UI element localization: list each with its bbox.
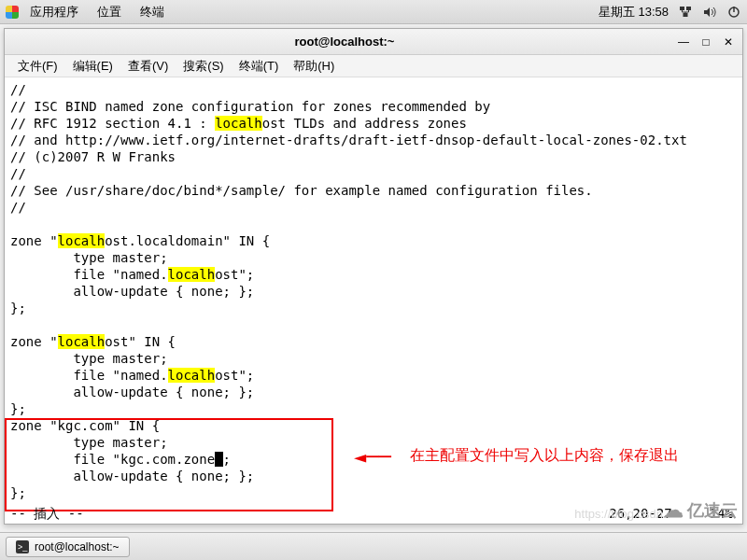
menu-edit[interactable]: 编辑(E): [65, 56, 120, 77]
svg-rect-0: [680, 7, 684, 10]
terminal-line: type master;: [10, 249, 737, 266]
taskbar-app-label: root@localhost:~: [35, 540, 120, 553]
cloud-icon: ☁: [663, 498, 684, 523]
terminal-line: zone "localhost" IN {: [10, 333, 737, 350]
menu-terminal[interactable]: 终端(T): [232, 56, 287, 77]
terminal-line: };: [10, 300, 737, 316]
terminal-line: //: [10, 81, 737, 98]
minimize-button[interactable]: —: [677, 35, 690, 49]
system-top-bar: 应用程序 位置 终端 星期五 13:58: [0, 0, 747, 24]
menu-help[interactable]: 帮助(H): [286, 56, 342, 77]
terminal-icon: >_: [16, 540, 29, 553]
annotation-arrow-icon: ◄──: [354, 449, 391, 466]
power-icon[interactable]: [726, 5, 741, 20]
terminal-content[interactable]: //// ISC BIND named zone configuration f…: [5, 77, 742, 524]
terminal-line: [10, 216, 737, 232]
annotation-box: [5, 418, 333, 511]
window-title: root@localhost:~: [12, 35, 677, 49]
top-menu-terminal[interactable]: 终端: [133, 2, 172, 22]
terminal-line: allow-update { none; };: [10, 283, 737, 300]
terminal-window: root@localhost:~ — □ ✕ 文件(F) 编辑(E) 查看(V)…: [4, 28, 743, 525]
top-menu-applications[interactable]: 应用程序: [22, 2, 86, 22]
taskbar: >_ root@localhost:~: [0, 532, 747, 560]
window-menubar: 文件(F) 编辑(E) 查看(V) 搜索(S) 终端(T) 帮助(H): [5, 55, 742, 77]
volume-icon[interactable]: [702, 5, 717, 20]
terminal-line: //: [10, 199, 737, 216]
terminal-line: // ISC BIND named zone configuration for…: [10, 98, 737, 115]
svg-rect-1: [686, 7, 691, 10]
terminal-line: // RFC 1912 section 4.1 : localhost TLDs…: [10, 115, 737, 132]
terminal-line: zone "localhost.localdomain" IN {: [10, 232, 737, 249]
terminal-line: type master;: [10, 350, 737, 367]
taskbar-app-button[interactable]: >_ root@localhost:~: [6, 537, 130, 557]
menu-search[interactable]: 搜索(S): [176, 56, 231, 77]
terminal-line: //: [10, 165, 737, 182]
menu-view[interactable]: 查看(V): [120, 56, 176, 77]
terminal-line: // (c)2007 R W Franks: [10, 148, 737, 165]
terminal-line: allow-update { none; };: [10, 384, 737, 400]
network-icon[interactable]: [678, 5, 693, 20]
gnome-logo-icon: [6, 6, 19, 19]
clock-label[interactable]: 星期五 13:58: [599, 4, 669, 21]
terminal-line: file "named.localhost";: [10, 266, 737, 283]
menu-file[interactable]: 文件(F): [10, 56, 65, 77]
svg-text:>_: >_: [18, 542, 28, 552]
annotation-text: 在主配置文件中写入以上内容，保存退出: [410, 445, 679, 466]
terminal-line: // and http://www.ietf.org/internet-draf…: [10, 132, 737, 148]
terminal-line: file "named.localhost";: [10, 367, 737, 384]
blog-watermark: https://blog.csdn: [574, 507, 663, 521]
watermark-text: 亿速云: [687, 499, 738, 522]
top-menu-places[interactable]: 位置: [90, 2, 129, 22]
terminal-line: // See /usr/share/doc/bind*/sample/ for …: [10, 182, 737, 199]
maximize-button[interactable]: □: [699, 35, 712, 49]
terminal-line: };: [10, 400, 737, 417]
vim-mode-label: -- 插入 --: [10, 505, 84, 522]
watermark: ☁ 亿速云: [663, 498, 738, 523]
terminal-line: [10, 316, 737, 333]
close-button[interactable]: ✕: [722, 35, 735, 49]
window-titlebar[interactable]: root@localhost:~ — □ ✕: [5, 29, 742, 55]
